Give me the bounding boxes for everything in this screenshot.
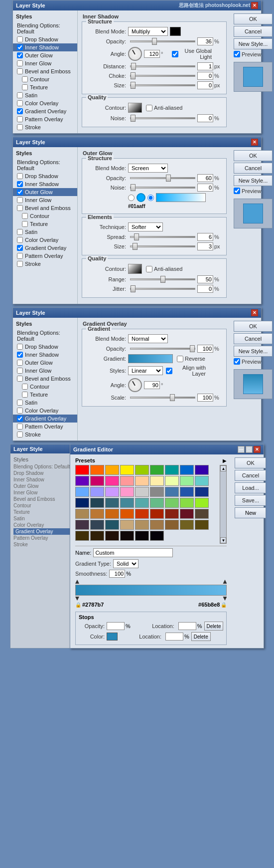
preset-swatch-4[interactable] <box>135 465 149 475</box>
range-slider-2[interactable] <box>130 278 195 280</box>
new-button-gradient[interactable]: New <box>235 507 266 518</box>
solid-radio-2[interactable] <box>128 195 135 201</box>
new-style-button-1[interactable]: New Style... <box>234 38 273 49</box>
preset-swatch-56[interactable] <box>105 531 119 541</box>
scroll-down[interactable]: ▼ <box>220 537 226 543</box>
style-select-3[interactable]: Linear <box>128 366 163 375</box>
jitter-slider-2[interactable] <box>130 288 195 290</box>
preset-swatch-31[interactable] <box>135 498 149 508</box>
preset-swatch-16[interactable] <box>180 476 194 486</box>
ok-button-2[interactable]: OK <box>234 150 273 161</box>
size-slider-1[interactable] <box>130 84 195 86</box>
sidebar-item-satin-3[interactable]: Satin <box>13 399 77 407</box>
ok-button-3[interactable]: OK <box>234 321 273 332</box>
preset-swatch-17[interactable] <box>195 476 209 486</box>
preset-swatch-24[interactable] <box>165 487 179 497</box>
stop-bottom-right[interactable] <box>223 597 227 601</box>
minimize-button[interactable]: — <box>238 446 245 453</box>
preset-swatch-27[interactable] <box>75 498 89 508</box>
sidebar-item-texture-3[interactable]: Texture <box>13 391 77 399</box>
preset-swatch-21[interactable] <box>120 487 134 497</box>
preset-swatch-5[interactable] <box>150 465 164 475</box>
blend-mode-select-2[interactable]: Screen <box>128 164 168 173</box>
angle-input-1[interactable] <box>144 50 160 58</box>
preview-checkbox-1[interactable] <box>234 51 240 57</box>
size-input-2[interactable] <box>197 242 213 250</box>
preset-swatch-58[interactable] <box>135 531 149 541</box>
preset-swatch-59[interactable] <box>150 531 164 541</box>
preset-swatch-34[interactable] <box>180 498 194 508</box>
sidebar-item-outer-glow-2[interactable]: Outer Glow <box>13 188 77 196</box>
preset-swatch-1[interactable] <box>90 465 104 475</box>
sidebar-item-stroke-1[interactable]: Stroke <box>13 123 77 131</box>
save-button-gradient[interactable]: Save... <box>235 495 266 506</box>
preset-swatch-3[interactable] <box>120 465 134 475</box>
gradient-preview-bar[interactable] <box>75 585 227 596</box>
sidebar-item-color-overlay-3[interactable]: Color Overlay <box>13 407 77 415</box>
sidebar-item-gradient-overlay-3[interactable]: Gradient Overlay <box>13 415 77 423</box>
cancel-button-3[interactable]: Cancel <box>234 333 273 344</box>
preset-swatch-30[interactable] <box>120 498 134 508</box>
preset-swatch-47[interactable] <box>105 520 119 530</box>
opacity-slider-3[interactable] <box>130 348 195 350</box>
preset-swatch-6[interactable] <box>165 465 179 475</box>
opacity-input-1[interactable] <box>197 37 213 45</box>
anti-alias-checkbox-2[interactable] <box>146 266 152 272</box>
gradient-radio-2[interactable] <box>147 195 154 201</box>
anti-alias-checkbox-1[interactable] <box>146 105 152 111</box>
maximize-button[interactable]: □ <box>246 446 253 453</box>
preview-checkbox-2[interactable] <box>234 188 240 194</box>
load-button-gradient[interactable]: Load... <box>235 482 266 493</box>
preset-swatch-43[interactable] <box>180 509 194 519</box>
delete-color-stop-btn[interactable]: Delete <box>191 632 211 641</box>
preset-swatch-48[interactable] <box>120 520 134 530</box>
align-layer-checkbox-3[interactable] <box>166 368 172 374</box>
preset-swatch-33[interactable] <box>165 498 179 508</box>
stop-bottom-left[interactable] <box>75 597 79 601</box>
contour-preview-1[interactable] <box>128 103 142 113</box>
sidebar-item-gradient-overlay-1[interactable]: Gradient Overlay <box>13 107 77 115</box>
preset-swatch-7[interactable] <box>180 465 194 475</box>
preset-swatch-32[interactable] <box>150 498 164 508</box>
sidebar-item-blending-1[interactable]: Blending Options: Default <box>13 21 77 35</box>
preset-swatch-0[interactable] <box>75 465 89 475</box>
angle-input-3[interactable] <box>144 381 160 389</box>
preset-swatch-54[interactable] <box>75 531 89 541</box>
stop-top-right[interactable] <box>223 580 227 584</box>
sidebar-item-inner-glow-3[interactable]: Inner Glow <box>13 367 77 375</box>
scroll-up[interactable]: ▲ <box>220 465 226 471</box>
spread-slider-2[interactable] <box>130 236 195 238</box>
sidebar-item-satin-1[interactable]: Satin <box>13 91 77 99</box>
preset-swatch-23[interactable] <box>150 487 164 497</box>
noise-slider-2[interactable] <box>130 187 195 189</box>
preset-swatch-2[interactable] <box>105 465 119 475</box>
noise-input-1[interactable] <box>197 114 213 122</box>
noise-input-2[interactable] <box>197 184 213 192</box>
preset-swatch-53[interactable] <box>195 520 209 530</box>
opacity-input-3[interactable] <box>197 345 213 353</box>
gradient-swatch-3[interactable] <box>128 354 173 363</box>
sidebar-item-inner-shadow-2[interactable]: Inner Shadow <box>13 180 77 188</box>
ok-button-1[interactable]: OK <box>234 13 273 24</box>
sidebar-item-color-overlay-1[interactable]: Color Overlay <box>13 99 77 107</box>
preset-swatch-15[interactable] <box>165 476 179 486</box>
stop-color-location-input[interactable] <box>165 633 183 641</box>
preset-swatch-20[interactable] <box>105 487 119 497</box>
cancel-button-2[interactable]: Cancel <box>234 163 273 174</box>
solid-color-circle-2[interactable] <box>137 193 145 202</box>
gradient-name-input[interactable] <box>93 548 173 557</box>
preview-checkbox-3[interactable] <box>234 358 240 365</box>
reverse-checkbox-3[interactable] <box>177 356 183 362</box>
scale-input-3[interactable] <box>197 394 213 402</box>
scale-slider-3[interactable] <box>130 397 195 399</box>
sidebar-item-bevel-2[interactable]: Bevel and Emboss <box>13 204 77 212</box>
preset-swatch-57[interactable] <box>120 531 134 541</box>
close-gradient-editor[interactable]: ✕ <box>254 446 261 453</box>
sidebar-item-drop-shadow-3[interactable]: Drop Shadow <box>13 343 77 351</box>
close-button-2[interactable]: ✕ <box>251 139 258 146</box>
preset-swatch-45[interactable] <box>75 520 89 530</box>
sidebar-item-inner-glow-2[interactable]: Inner Glow <box>13 196 77 204</box>
stop-top-left[interactable] <box>75 580 79 584</box>
sidebar-item-satin-2[interactable]: Satin <box>13 228 77 236</box>
ok-button-gradient[interactable]: OK <box>235 457 266 468</box>
